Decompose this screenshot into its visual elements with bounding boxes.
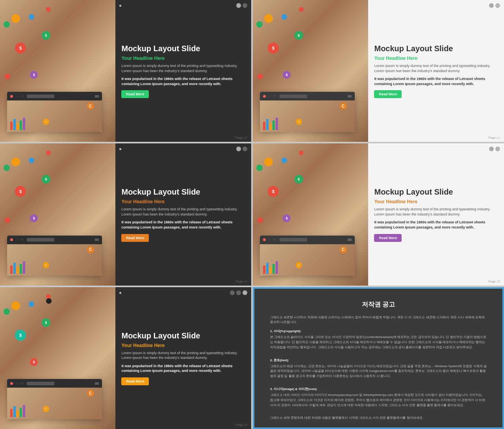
menu-line <box>348 240 352 240</box>
slide-4-bold: It was popularised in the 1960s with the… <box>374 220 496 230</box>
slide-2-headline: Your Headline Here <box>374 56 496 61</box>
chart-bar <box>10 266 13 274</box>
nav-back: ‹ <box>269 95 270 98</box>
browser-close <box>10 95 13 98</box>
slide-3-bold: It was popularised in the 1960s with the… <box>121 220 243 230</box>
dot-accent <box>119 5 121 7</box>
copyright-section-2-title: 2. 폰트(font): <box>270 358 487 362</box>
browser-mockup: ‹ › ↻ <box>7 92 102 132</box>
slide-3-content: Mockup Layout Slide Your Headline Here L… <box>115 143 251 285</box>
menu-line <box>348 95 352 96</box>
browser-mockup: ‹ › ↻ <box>260 92 355 132</box>
chart-bar <box>23 261 25 274</box>
chart-bar <box>10 122 13 130</box>
chart-bar <box>20 264 22 274</box>
slide-2-read-more[interactable]: Read More <box>374 90 402 98</box>
browser-bar: ‹ › ↻ <box>260 236 355 244</box>
slide-1-title: Mockup Layout Slide <box>121 44 243 53</box>
slide-4-read-more[interactable]: Read More <box>374 234 402 242</box>
copyright-section-1: 1. 서식(%(copyright): 본 그래드소의 슬라이드 서식을 그대로… <box>270 329 487 354</box>
browser-menu <box>95 95 99 97</box>
menu-line <box>348 240 352 241</box>
nav-refresh: ↻ <box>274 95 276 98</box>
slide-2-content: Mockup Layout Slide Your Headline Here L… <box>368 0 504 142</box>
slide-1-read-more[interactable]: Read More <box>121 90 149 98</box>
dot-accent <box>119 292 121 294</box>
slide-3-headline: Your Headline Here <box>121 199 243 204</box>
browser-bar: ‹ › ↻ <box>7 92 102 100</box>
browser-mockup: ‹ › ↻ <box>7 236 102 276</box>
slide-4-title: Mockup Layout Slide <box>374 187 496 197</box>
slide-5-title: Mockup Layout Slide <box>121 331 243 340</box>
nav-refresh: ↻ <box>21 238 24 241</box>
browser-bar: ‹ › ↻ <box>260 92 355 100</box>
nav-refresh: ↻ <box>21 95 24 98</box>
chart-bar <box>10 409 13 417</box>
chart <box>263 116 278 130</box>
browser-menu <box>95 239 99 241</box>
browser-close <box>263 238 266 241</box>
copyright-section-3: 3. 이시지(image) & 아이콘(icon): 그래드소 내의 서버인 이… <box>270 387 487 412</box>
slide-5-content: Mockup Layout Slide Your Headline Here L… <box>115 287 251 429</box>
slide-3-read-more[interactable]: Read More <box>121 234 149 242</box>
chart-bar <box>276 261 278 274</box>
browser-content: C <box>7 100 102 132</box>
chart-bar <box>272 264 275 274</box>
slide-4-headline: Your Headline Here <box>374 199 496 204</box>
slide-2-body: Lorem Ipsum is simply dummy text of the … <box>374 63 496 73</box>
slide-5-read-more[interactable]: Read More <box>121 377 149 385</box>
copyright-title: 저작권 공고 <box>270 301 487 309</box>
copyright-panel: 저작권 공고 그래드소 세콘텐 시각하서 하면에 내용에 소하이는 시세에서 없… <box>253 287 504 429</box>
slide-5-page: Page | 6 <box>235 423 247 427</box>
nav-back: ‹ <box>16 382 17 385</box>
c-logo: C <box>87 390 94 397</box>
browser-content: C <box>7 244 102 276</box>
slide-3: $ $ $ f ‹ › ↻ <box>0 143 251 285</box>
slide-2-bold: It was popularised in the 1960s with the… <box>374 76 496 86</box>
copyright-section-2-text: 그래드소의 배경 서식에는, 간판 폰트는, 네이버 나눔글꼴의 서식으로 이(… <box>270 364 487 379</box>
chart-bar <box>276 118 278 130</box>
slide-2-title: Mockup Layout Slide <box>374 44 496 53</box>
slide-5-headline: Your Headline Here <box>121 343 243 348</box>
copyright-section-2: 2. 폰트(font): 그래드소의 배경 서식에는, 간판 폰트는, 네이버 … <box>270 358 487 383</box>
chart-bar <box>20 408 22 418</box>
nav-back: ‹ <box>269 238 270 241</box>
slide-1-bold: It was popularised in the 1960s with the… <box>121 76 243 86</box>
browser-menu <box>348 239 352 241</box>
menu-line <box>348 96 352 97</box>
browser-url-bar <box>27 238 54 241</box>
c-logo: C <box>87 246 94 253</box>
slide-2-image-area: $ $ $ f ‹ › ↻ <box>253 0 368 142</box>
nav-refresh: ↻ <box>21 382 24 385</box>
nav-back: ‹ <box>16 95 17 98</box>
slide-1-body: Lorem Ipsum is simply dummy text of the … <box>121 63 243 73</box>
slide-5-image-area: $ $ $ f ‹ › ↻ <box>0 287 115 429</box>
c-logo: C <box>340 102 347 110</box>
browser-content: C <box>260 244 355 276</box>
slide-3-page: Page | 4 <box>235 280 247 283</box>
nav-forward: › <box>272 95 273 98</box>
nav-back: ‹ <box>16 238 17 241</box>
copyright-footer: 그래드소 세부 콘텐츠에 대한 자세한 내용은 플랫폼에서 시작된 그라드소 서… <box>270 416 487 421</box>
slide-2-page: Page | 1 <box>488 136 500 139</box>
chart-bar <box>20 121 22 130</box>
browser-bar: ‹ › ↻ <box>7 379 102 388</box>
menu-line <box>95 383 99 383</box>
chart-bar <box>269 123 272 130</box>
copyright-section-3-title: 3. 이시지(image) & 아이콘(icon): <box>270 387 487 391</box>
nav-forward: › <box>272 238 273 241</box>
menu-line <box>348 97 352 97</box>
chart-bar <box>23 118 25 130</box>
slide-3-title: Mockup Layout Slide <box>121 187 243 197</box>
nav-forward: › <box>19 382 20 385</box>
copyright-section-3-text: 그래드소 내의 서버인 이미지의 이미지인 khuchoyopcubay.com… <box>270 393 487 408</box>
slide-1-content: Mockup Layout Slide Your Headline Here L… <box>115 0 251 142</box>
slide-1-headline: Your Headline Here <box>121 56 243 61</box>
chart <box>263 260 278 274</box>
browser-menu <box>348 95 352 97</box>
chart <box>10 260 25 274</box>
menu-line <box>95 95 99 96</box>
copyright-intro: 그래드소 세콘텐 시각하서 하면에 내용에 소하이는 시세에서 없어 주어서 배… <box>270 315 487 325</box>
browser-menu <box>95 383 99 384</box>
slide-4-body: Lorem Ipsum is simply dummy text of the … <box>374 207 496 217</box>
